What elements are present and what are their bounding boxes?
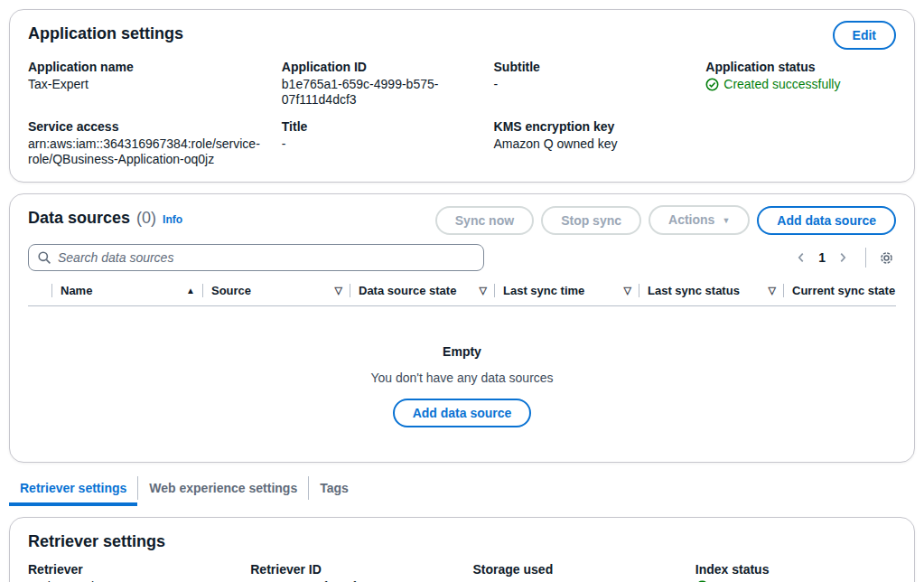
field-label: Index status	[695, 562, 896, 577]
actions-label: Actions	[668, 212, 714, 227]
retriever-settings-title: Retriever settings	[28, 530, 165, 552]
tab-tags[interactable]: Tags	[309, 475, 359, 506]
chevron-left-icon	[795, 251, 807, 264]
field-application-status: Application status Created successfully	[705, 60, 896, 108]
field-application-name: Application name Tax-Expert	[28, 60, 260, 108]
pagination-divider	[865, 248, 866, 268]
field-service-access: Service access arn:aws:iam::364316967384…	[28, 119, 260, 167]
field-application-id: Application ID b1e765a1-659c-4999-b575-0…	[282, 60, 472, 108]
sync-now-button[interactable]: Sync now	[435, 206, 534, 235]
field-label: Application ID	[282, 60, 472, 75]
field-subtitle: Subtitle -	[494, 60, 685, 108]
field-storage-used: Storage used 0 Bytes	[473, 562, 674, 582]
field-label: Retriever	[28, 562, 229, 577]
field-value: b1e765a1-659c-4999-b575-07f111d4dcf3	[282, 77, 472, 108]
data-sources-counter: (0)	[136, 209, 156, 228]
info-link[interactable]: Info	[163, 213, 182, 226]
gear-icon	[879, 250, 894, 266]
column-header-last-sync-time[interactable]: Last sync time ▽	[494, 284, 639, 297]
column-header-last-sync-status[interactable]: Last sync status ▽	[639, 284, 783, 297]
next-page-button[interactable]	[831, 249, 854, 266]
table-header: Name ▲ Source ▽ Data source state ▽ Last…	[28, 284, 896, 306]
search-input[interactable]	[28, 244, 484, 271]
field-label: Storage used	[473, 562, 674, 577]
application-settings-fields: Application name Tax-Expert Application …	[28, 60, 896, 167]
status-badge: Created successfully	[705, 77, 840, 92]
field-value: -	[494, 77, 685, 92]
column-label: Last sync time	[503, 284, 584, 297]
empty-state-message: You don't have any data sources	[28, 371, 896, 385]
field-value: Tax-Expert	[28, 77, 260, 92]
sortable-column-icon: ▽	[624, 285, 631, 296]
column-label: Name	[61, 284, 92, 297]
retriever-settings-card: Retriever settings Retriever Native Retr…	[9, 517, 915, 582]
status-text: Created successfully	[723, 77, 840, 92]
column-label: Last sync status	[648, 284, 740, 297]
page: Application settings Edit Application na…	[0, 0, 924, 582]
sortable-column-icon: ▽	[480, 285, 487, 296]
empty-state-title: Empty	[28, 344, 896, 359]
edit-button[interactable]: Edit	[833, 21, 896, 50]
field-label: Subtitle	[494, 60, 685, 75]
column-label: Current sync state	[792, 284, 895, 297]
chevron-right-icon	[836, 251, 849, 264]
field-label: Application name	[28, 60, 260, 75]
column-header-data-source-state[interactable]: Data source state ▽	[350, 284, 494, 297]
stop-sync-button[interactable]: Stop sync	[541, 206, 641, 235]
selection-column-header	[28, 284, 51, 297]
actions-dropdown-button[interactable]: Actions▼	[649, 205, 750, 235]
field-label: Service access	[28, 119, 260, 135]
search-icon	[37, 250, 51, 265]
field-value: arn:aws:iam::364316967384:role/service-r…	[28, 136, 260, 167]
empty-state: Empty You don't have any data sources Ad…	[28, 306, 896, 447]
field-value: -	[282, 136, 472, 152]
search-box	[28, 244, 484, 271]
preferences-button[interactable]	[877, 249, 896, 268]
field-label: Retriever ID	[250, 562, 451, 577]
sortable-column-icon: ▽	[769, 285, 776, 296]
field-retriever: Retriever Native Retriever	[28, 562, 229, 582]
column-label: Source	[211, 284, 251, 297]
data-sources-title: Data sources	[28, 207, 130, 229]
field-label: KMS encryption key	[494, 119, 685, 135]
field-title: Title -	[282, 119, 472, 167]
sortable-column-icon: ▽	[335, 285, 342, 296]
tab-retriever-settings[interactable]: Retriever settings	[9, 475, 137, 506]
tab-bar: Retriever settings Web experience settin…	[9, 475, 915, 506]
data-sources-toolbar: Sync now Stop sync Actions▼ Add data sou…	[435, 205, 896, 235]
field-label: Title	[282, 119, 472, 135]
column-header-source[interactable]: Source ▽	[202, 284, 350, 297]
previous-page-button[interactable]	[789, 249, 813, 266]
success-icon	[705, 78, 719, 91]
retriever-settings-fields: Retriever Native Retriever Retriever ID …	[28, 562, 896, 582]
column-header-name[interactable]: Name ▲	[51, 284, 202, 297]
application-settings-title: Application settings	[28, 23, 183, 44]
field-value: Amazon Q owned key	[494, 136, 685, 152]
application-settings-card: Application settings Edit Application na…	[9, 9, 915, 183]
caret-down-icon: ▼	[722, 216, 730, 225]
field-empty	[705, 119, 896, 167]
pagination: 1	[789, 248, 896, 268]
field-index-status: Index status ACTIVE	[695, 562, 896, 582]
sort-ascending-icon: ▲	[186, 286, 195, 296]
data-sources-card: Data sources (0) Info Sync now Stop sync…	[9, 193, 915, 463]
field-kms-key: KMS encryption key Amazon Q owned key	[494, 119, 685, 167]
tab-web-experience-settings[interactable]: Web experience settings	[138, 475, 308, 506]
column-label: Data source state	[359, 284, 456, 297]
empty-add-data-source-button[interactable]: Add data source	[393, 399, 532, 427]
field-label: Application status	[705, 60, 896, 75]
add-data-source-button[interactable]: Add data source	[757, 206, 896, 235]
column-header-current-sync-state[interactable]: Current sync state ▽	[783, 284, 896, 297]
field-retriever-id: Retriever ID 876c440a-7cf1-49f0-9705-117…	[250, 562, 451, 582]
current-page-number[interactable]: 1	[813, 250, 831, 265]
